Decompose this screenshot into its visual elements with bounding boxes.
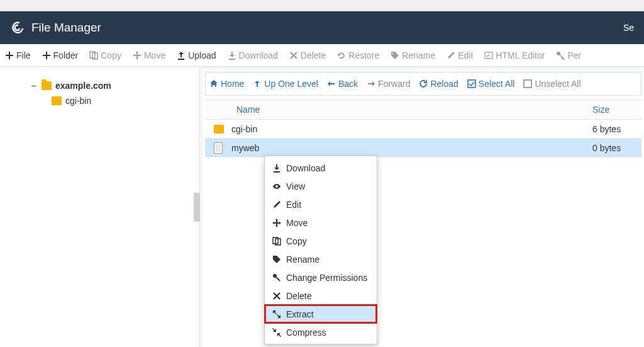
empty-square-icon — [523, 79, 532, 88]
up-one-level-button[interactable]: Up One Level — [253, 79, 318, 89]
arrow-right-icon — [367, 79, 375, 88]
ctx-label: Rename — [286, 254, 319, 265]
reload-icon — [419, 79, 428, 88]
tree-root-item[interactable]: – example.com — [30, 78, 192, 93]
forward-button[interactable]: Forward — [367, 79, 410, 89]
up-label: Up One Level — [264, 79, 318, 89]
restore-button[interactable]: Restore — [337, 50, 379, 60]
header-right-fragment: Se — [623, 23, 634, 33]
eye-icon — [272, 182, 281, 191]
copy-icon — [272, 237, 281, 246]
plus-icon — [42, 51, 51, 60]
pane-resize-handle[interactable] — [194, 193, 200, 222]
unselect-all-label: Unselect All — [535, 79, 580, 89]
content-nav-toolbar: Home Up One Level Back Forward Reload Se… — [205, 72, 641, 96]
copy-label: Copy — [101, 50, 121, 60]
arrow-up-icon — [253, 79, 262, 88]
key-icon — [556, 51, 565, 60]
tree-child-item[interactable]: cgi-bin — [30, 93, 192, 108]
ctx-compress[interactable]: Compress — [265, 323, 377, 341]
app-title: File Manager — [31, 21, 101, 35]
file-icon — [214, 142, 231, 154]
unselect-all-button[interactable]: Unselect All — [523, 79, 580, 89]
ctx-extract[interactable]: Extract — [265, 305, 377, 323]
copy-button[interactable]: Copy — [89, 50, 121, 60]
delete-label: Delete — [301, 50, 326, 60]
table-row[interactable]: myweb 0 bytes — [205, 139, 641, 157]
move-icon — [272, 219, 281, 227]
window-top-gap — [0, 0, 644, 11]
collapse-icon[interactable]: – — [30, 78, 38, 93]
pencil-icon — [272, 200, 281, 209]
back-label: Back — [338, 79, 358, 89]
new-file-button[interactable]: File — [5, 50, 31, 60]
ctx-edit[interactable]: Edit — [265, 195, 377, 213]
plus-icon — [5, 51, 14, 60]
titlebar: File Manager Se — [0, 11, 644, 44]
edit-label: Edit — [458, 50, 473, 60]
main-toolbar: File Folder Copy Move Upload Download De… — [0, 44, 644, 67]
row-name: cgi-bin — [231, 124, 592, 134]
x-icon — [272, 292, 281, 300]
download-button[interactable]: Download — [228, 50, 278, 60]
permissions-label: Per — [567, 50, 581, 60]
svg-rect-5 — [524, 80, 531, 88]
permissions-button[interactable]: Per — [556, 50, 581, 60]
select-all-label: Select All — [479, 79, 515, 89]
home-label: Home — [221, 79, 244, 89]
ctx-delete[interactable]: Delete — [265, 287, 377, 305]
ctx-label: View — [286, 181, 305, 191]
arrow-left-icon — [327, 79, 336, 88]
svg-rect-2 — [485, 52, 492, 59]
ctx-label: Move — [286, 218, 308, 228]
ctx-change-permissions[interactable]: Change Permissions — [265, 268, 377, 287]
ctx-label: Edit — [286, 200, 301, 210]
html-editor-label: HTML Editor — [496, 50, 545, 60]
check-square-icon — [467, 79, 476, 88]
ctx-download[interactable]: Download — [265, 159, 377, 177]
file-table-body: cgi-bin 6 bytes myweb 0 bytes — [205, 120, 641, 157]
download-icon — [272, 164, 281, 173]
expand-icon — [272, 310, 281, 319]
rename-button[interactable]: Rename — [391, 50, 435, 60]
upload-label: Upload — [188, 50, 216, 60]
column-header-size[interactable]: Size — [592, 105, 641, 115]
cpanel-logo-icon — [10, 20, 25, 35]
delete-button[interactable]: Delete — [289, 50, 326, 60]
compress-icon — [272, 328, 281, 337]
new-folder-label: Folder — [53, 50, 79, 60]
upload-button[interactable]: Upload — [177, 50, 216, 60]
html-editor-icon — [484, 51, 493, 60]
table-row[interactable]: cgi-bin 6 bytes — [205, 120, 641, 139]
upload-icon — [177, 51, 186, 60]
ctx-move[interactable]: Move — [265, 213, 377, 232]
pencil-icon — [447, 51, 455, 60]
x-icon — [289, 51, 298, 60]
select-all-button[interactable]: Select All — [467, 79, 515, 89]
column-header-name[interactable]: Name — [236, 105, 592, 115]
back-button[interactable]: Back — [327, 79, 358, 89]
reload-label: Reload — [430, 79, 458, 89]
tree-root-label: example.com — [55, 78, 111, 93]
move-button[interactable]: Move — [133, 50, 165, 60]
ctx-label: Download — [286, 163, 325, 173]
ctx-label: Extract — [286, 309, 314, 319]
home-button[interactable]: Home — [209, 79, 244, 89]
html-editor-button[interactable]: HTML Editor — [484, 50, 545, 60]
move-icon — [133, 51, 142, 60]
ctx-view[interactable]: View — [265, 177, 377, 195]
folder-icon — [214, 125, 231, 134]
row-size: 0 bytes — [592, 143, 641, 153]
download-label: Download — [239, 50, 278, 60]
context-menu: Download View Edit Move Copy Rename Chan… — [264, 156, 377, 344]
download-icon — [228, 51, 236, 60]
ctx-copy[interactable]: Copy — [265, 232, 377, 250]
tag-icon — [391, 51, 399, 60]
ctx-label: Change Permissions — [286, 273, 367, 283]
row-size: 6 bytes — [592, 124, 641, 134]
new-folder-button[interactable]: Folder — [42, 50, 79, 60]
ctx-label: Copy — [286, 236, 307, 246]
reload-button[interactable]: Reload — [419, 79, 458, 89]
ctx-rename[interactable]: Rename — [265, 250, 377, 268]
edit-button[interactable]: Edit — [447, 50, 473, 60]
